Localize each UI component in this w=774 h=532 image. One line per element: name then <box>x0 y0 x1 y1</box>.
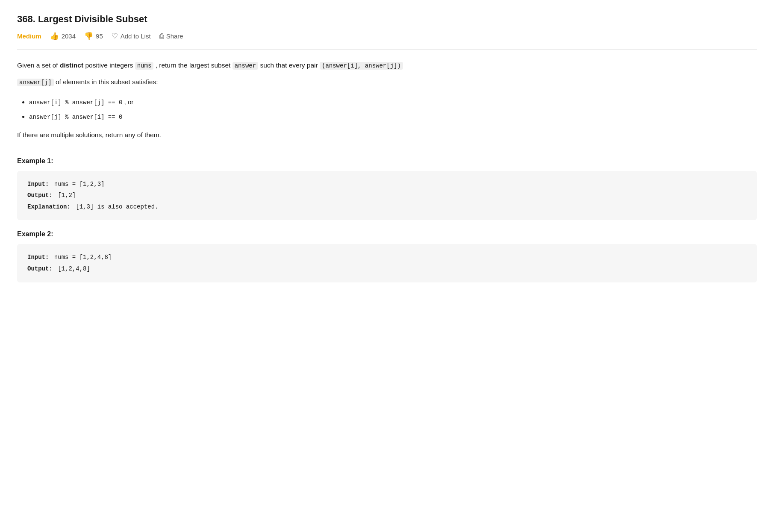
example-2-output-value: [1,2,4,8] <box>58 265 90 272</box>
condition-2-code: answer[j] % answer[i] == 0 <box>29 114 122 121</box>
footer-paragraph: If there are multiple solutions, return … <box>17 129 757 141</box>
example-2-input-label: Input: <box>27 254 49 261</box>
condition-item-2: answer[j] % answer[i] == 0 <box>29 111 757 123</box>
example-1-input-value: nums = [1,2,3] <box>54 181 105 188</box>
example-1-explanation: Explanation: [1,3] is also accepted. <box>27 201 747 213</box>
upvote-button[interactable]: 👍 2034 <box>50 32 76 41</box>
example-1-block: Input: nums = [1,2,3] Output: [1,2] Expl… <box>17 171 757 220</box>
add-to-list-button[interactable]: ♡ Add to List <box>112 32 151 41</box>
example-1-input-label: Input: <box>27 181 49 188</box>
share-icon: ⎙ <box>159 32 164 41</box>
example-1-title: Example 1: <box>17 157 757 165</box>
heart-icon: ♡ <box>112 32 118 41</box>
share-label: Share <box>166 32 183 40</box>
example-2-section: Example 2: Input: nums = [1,2,4,8] Outpu… <box>17 230 757 282</box>
example-2-title: Example 2: <box>17 230 757 238</box>
example-2-output: Output: [1,2,4,8] <box>27 263 747 275</box>
desc-pair-code: (answer[i], answer[j]) <box>320 62 403 70</box>
desc-intro: Given a set of <box>17 62 58 69</box>
downvote-count: 95 <box>96 32 103 40</box>
example-1-input: Input: nums = [1,2,3] <box>27 179 747 190</box>
condition-1-code: answer[i] % answer[j] == 0 <box>29 99 122 106</box>
share-button[interactable]: ⎙ Share <box>159 32 183 41</box>
meta-bar: Medium 👍 2034 👎 95 ♡ Add to List ⎙ Share <box>17 32 757 50</box>
desc-bold: distinct <box>60 62 83 69</box>
condition-item-1: answer[i] % answer[j] == 0 , or <box>29 97 757 108</box>
desc-mid3: such that every pair <box>260 62 320 69</box>
problem-title: 368. Largest Divisible Subset <box>17 14 757 25</box>
example-1-section: Example 1: Input: nums = [1,2,3] Output:… <box>17 157 757 220</box>
thumbs-down-icon: 👎 <box>84 32 93 41</box>
add-to-list-label: Add to List <box>121 32 151 40</box>
example-1-explanation-label: Explanation: <box>27 203 71 210</box>
desc-end: of elements in this subset satisfies: <box>56 78 158 85</box>
thumbs-up-icon: 👍 <box>50 32 59 41</box>
description-paragraph-1: Given a set of distinct positive integer… <box>17 60 757 71</box>
difficulty-badge: Medium <box>17 32 41 40</box>
example-1-output: Output: [1,2] <box>27 190 747 201</box>
downvote-button[interactable]: 👎 95 <box>84 32 103 41</box>
example-2-block: Input: nums = [1,2,4,8] Output: [1,2,4,8… <box>17 244 757 282</box>
condition-1-suffix: , or <box>124 98 134 106</box>
desc-nums-code: nums <box>135 62 154 70</box>
desc-answer-j-code: answer[j] <box>17 79 54 86</box>
example-2-input: Input: nums = [1,2,4,8] <box>27 252 747 263</box>
desc-mid: positive integers <box>85 62 135 69</box>
example-1-output-value: [1,2] <box>58 192 76 199</box>
example-1-output-label: Output: <box>27 192 53 199</box>
example-2-input-value: nums = [1,2,4,8] <box>54 254 112 261</box>
example-2-output-label: Output: <box>27 265 53 272</box>
problem-description: Given a set of distinct positive integer… <box>17 60 757 88</box>
upvote-count: 2034 <box>62 32 76 40</box>
footer-text: If there are multiple solutions, return … <box>17 129 757 141</box>
description-paragraph-2: answer[j] of elements in this subset sat… <box>17 76 757 88</box>
conditions-list: answer[i] % answer[j] == 0 , or answer[j… <box>29 97 757 123</box>
desc-answer-code: answer <box>232 62 258 70</box>
example-1-explanation-value: [1,3] is also accepted. <box>76 203 158 210</box>
desc-mid2: , return the largest subset <box>156 62 232 69</box>
